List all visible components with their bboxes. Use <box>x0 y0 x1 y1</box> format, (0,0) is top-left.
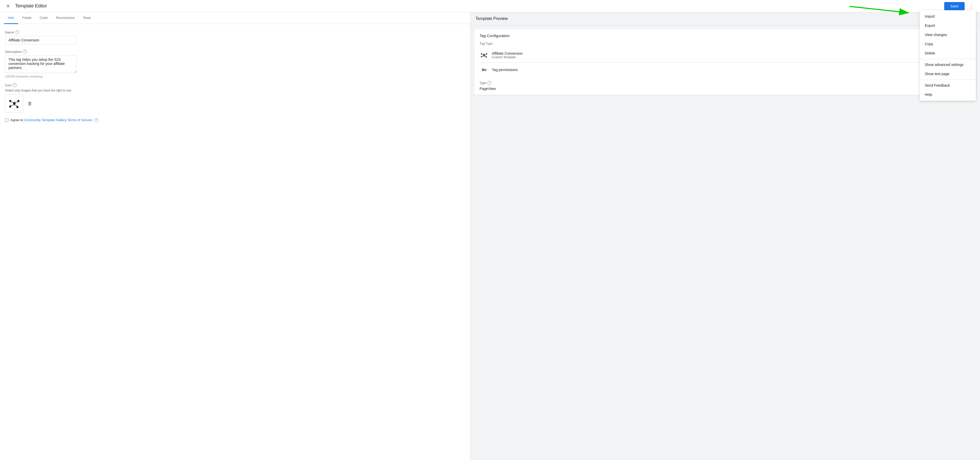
menu-item-advanced-settings[interactable]: Show advanced settings <box>920 60 976 69</box>
top-bar: ✕ Template Editor Save ⋮ <box>0 0 980 12</box>
icon-delete-button[interactable]: 🗑 <box>27 100 33 107</box>
left-panel: Info Fields Code Permissions Tests Name … <box>0 12 470 460</box>
menu-item-view-changes[interactable]: View changes <box>920 30 976 40</box>
svg-point-2 <box>18 100 19 102</box>
terms-link[interactable]: Community Template Gallery Terms of Serv… <box>24 118 92 122</box>
icon-label: Icon ? <box>5 83 465 87</box>
type-section: Type ? PageView <box>479 81 971 91</box>
icon-help-icon[interactable]: ? <box>13 83 17 87</box>
tag-config-card: Tag Configuration Tag Type <box>474 29 976 95</box>
name-help-icon[interactable]: ? <box>15 30 19 34</box>
svg-point-4 <box>16 106 18 108</box>
menu-item-send-feedback[interactable]: Send Feedback <box>920 81 976 90</box>
name-label: Name ? <box>5 30 465 34</box>
page-title: Template Editor <box>15 3 47 9</box>
terms-help-icon[interactable]: ? <box>94 118 99 122</box>
svg-point-9 <box>483 54 485 57</box>
tab-fields[interactable]: Fields <box>18 12 35 24</box>
tag-item: Affiliate Conversion Custom Template <box>479 48 971 63</box>
dropdown-menu: Import Export View changes Copy Delete S… <box>920 10 976 101</box>
menu-item-delete[interactable]: Delete <box>920 49 976 58</box>
icon-note: Select only images that you have the rig… <box>5 89 465 92</box>
main-layout: Info Fields Code Permissions Tests Name … <box>0 12 980 460</box>
affiliate-icon <box>480 52 488 59</box>
tab-permissions[interactable]: Permissions <box>52 12 79 24</box>
top-bar-actions: Save ⋮ <box>944 2 976 10</box>
description-help-icon[interactable]: ? <box>23 49 27 54</box>
menu-item-help[interactable]: Help <box>920 90 976 99</box>
menu-item-export[interactable]: Export <box>920 21 976 30</box>
close-icon: ✕ <box>6 3 10 9</box>
save-button[interactable]: Save <box>944 2 965 10</box>
template-preview-header: Template Preview <box>470 12 980 25</box>
svg-point-0 <box>13 102 16 105</box>
icon-preview[interactable] <box>5 94 24 113</box>
description-input[interactable]: This tag helps you setup the S2S convers… <box>5 55 77 73</box>
trash-icon: 🗑 <box>28 101 32 106</box>
terms-checkbox[interactable] <box>5 118 8 122</box>
tag-item-info: Affiliate Conversion Custom Template <box>492 51 522 59</box>
icon-field-group: Icon ? Select only images that you have … <box>5 83 465 113</box>
description-label: Description ? <box>5 49 465 54</box>
terms-checkbox-row: Agree to Community Template Gallery Term… <box>5 118 465 122</box>
more-options-button[interactable]: ⋮ <box>967 2 976 10</box>
menu-item-import[interactable]: Import <box>920 12 976 21</box>
info-content: Name ? Description ? This tag helps you … <box>0 24 470 460</box>
close-button[interactable]: ✕ <box>4 2 12 10</box>
menu-item-test-page[interactable]: Show test page <box>920 69 976 78</box>
permissions-row: Tag permissions <box>479 63 971 77</box>
tabs-bar: Info Fields Code Permissions Tests <box>0 12 470 24</box>
icon-area: 🗑 <box>5 94 465 113</box>
svg-line-8 <box>14 105 18 106</box>
dropdown-divider-2 <box>920 79 976 80</box>
svg-line-7 <box>10 105 14 106</box>
type-label: Type ? <box>479 81 971 85</box>
menu-item-copy[interactable]: Copy <box>920 40 976 49</box>
svg-line-5 <box>10 102 14 102</box>
tag-sub: Custom Template <box>492 56 522 59</box>
right-panel: Template Preview Tag Configuration Tag T… <box>470 12 980 460</box>
key-icon <box>482 67 487 72</box>
svg-point-1 <box>9 100 11 102</box>
svg-line-6 <box>14 102 18 102</box>
type-value: PageView <box>479 87 971 91</box>
tab-code[interactable]: Code <box>35 12 52 24</box>
type-help-icon[interactable]: ? <box>487 81 491 85</box>
tag-config-title: Tag Configuration <box>479 33 971 38</box>
svg-point-13 <box>485 56 487 58</box>
more-icon: ⋮ <box>969 3 974 9</box>
name-input[interactable] <box>5 36 77 44</box>
tab-info[interactable]: Info <box>4 12 18 24</box>
svg-point-3 <box>9 106 11 108</box>
right-panel-content: Tag Configuration Tag Type <box>470 25 980 460</box>
network-icon <box>8 97 21 110</box>
char-count: 120/200 characters remaining <box>5 75 465 78</box>
tab-tests[interactable]: Tests <box>79 12 95 24</box>
description-field-group: Description ? This tag helps you setup t… <box>5 49 465 78</box>
tag-item-icon <box>479 51 489 60</box>
key-icon-container <box>479 65 489 75</box>
terms-label[interactable]: Agree to Community Template Gallery Term… <box>11 118 99 122</box>
permissions-label: Tag permissions <box>492 68 518 72</box>
name-field-group: Name ? <box>5 30 465 44</box>
tag-name: Affiliate Conversion <box>492 51 522 56</box>
tag-type-label: Tag Type <box>479 42 971 46</box>
